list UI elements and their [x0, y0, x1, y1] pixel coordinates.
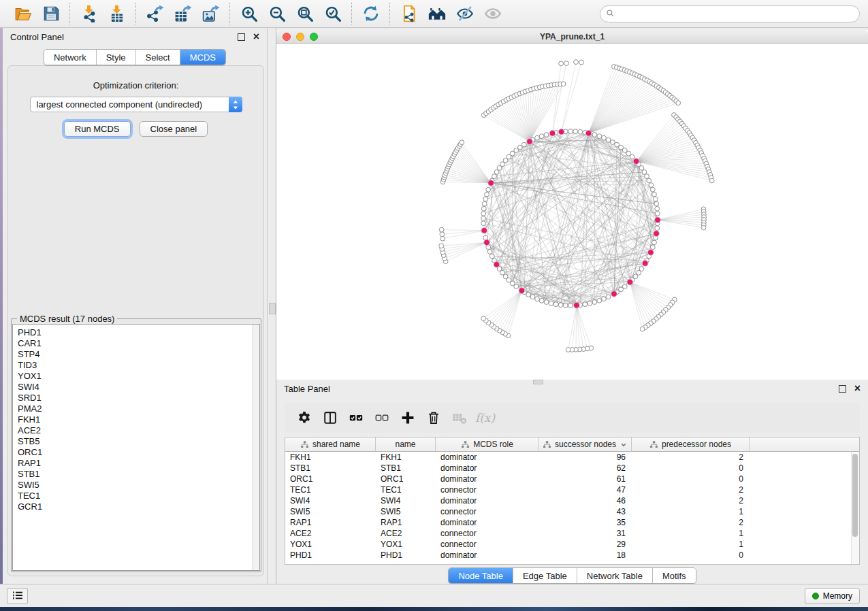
float-table-panel-icon[interactable]: [839, 385, 846, 393]
table-row[interactable]: FKH1FKH1dominator962: [285, 452, 859, 463]
table-row[interactable]: SWI5SWI5connector431: [285, 506, 859, 517]
zoom-fit-button[interactable]: [291, 3, 319, 24]
table-cell: PHD1: [285, 550, 376, 560]
mcds-result-item[interactable]: ACE2: [18, 425, 259, 436]
vertical-splitter[interactable]: [267, 28, 276, 584]
svg-text:f(x): f(x): [475, 411, 496, 425]
open-file-icon: [14, 5, 32, 22]
network-from-selection-button[interactable]: [395, 3, 423, 24]
control-panel-title: Control Panel: [10, 32, 64, 42]
mcds-result-item[interactable]: ORC1: [18, 447, 259, 458]
tab-mcds[interactable]: MCDS: [180, 50, 225, 65]
settings-gear-button[interactable]: [291, 406, 317, 429]
optimization-select[interactable]: largest connected component (undirected): [30, 97, 242, 112]
column-header-shared-name[interactable]: shared name: [285, 437, 376, 451]
splitter-handle[interactable]: [269, 303, 276, 314]
table-cell: 2: [632, 496, 750, 506]
toolbar-group: [389, 3, 511, 24]
column-label: predecessor nodes: [662, 440, 731, 449]
panel-menu-button[interactable]: [7, 588, 28, 604]
table-cell: connector: [436, 507, 539, 516]
add-column-button[interactable]: [395, 406, 421, 429]
mcds-result-item[interactable]: STP4: [18, 349, 259, 360]
table-row[interactable]: ORC1ORC1dominator610: [285, 474, 859, 484]
table-row[interactable]: RAP1RAP1dominator352: [285, 517, 859, 528]
open-file-button[interactable]: [9, 3, 37, 24]
table-cell: 47: [539, 485, 632, 495]
network-window-title: YPA_prune.txt_1: [276, 32, 868, 42]
zoom-in-button[interactable]: [235, 3, 263, 24]
table-cell: dominator: [436, 463, 539, 473]
table-row[interactable]: STB1STB1dominator620: [285, 463, 859, 474]
export-network-button[interactable]: [141, 3, 169, 24]
dropdown-stepper-icon: [229, 97, 242, 112]
column-header-successor-nodes[interactable]: successor nodes: [539, 437, 632, 451]
deselect-all-button[interactable]: [369, 406, 395, 429]
search-box[interactable]: [600, 5, 860, 22]
table-cell: connector: [436, 485, 539, 495]
float-panel-icon[interactable]: [238, 33, 245, 41]
search-input[interactable]: [618, 9, 854, 20]
mcds-result-item[interactable]: GCR1: [18, 501, 259, 512]
close-panel-icon[interactable]: ×: [253, 33, 259, 41]
network-window-titlebar[interactable]: YPA_prune.txt_1: [276, 30, 868, 44]
memory-button[interactable]: Memory: [805, 588, 860, 604]
tab-select[interactable]: Select: [135, 50, 180, 65]
mcds-result-item[interactable]: RAP1: [18, 458, 259, 469]
table-tab-motifs[interactable]: Motifs: [652, 568, 696, 583]
show-all-button: [479, 3, 507, 24]
table-scrollbar[interactable]: [851, 452, 859, 564]
column-header-MCDS-role[interactable]: MCDS role: [436, 437, 539, 451]
mcds-result-item[interactable]: YOX1: [18, 371, 259, 382]
export-image-icon: [202, 5, 220, 22]
zoom-selected-button[interactable]: [319, 3, 347, 24]
table-tab-network-table[interactable]: Network Table: [577, 568, 652, 583]
mcds-result-item[interactable]: TID3: [18, 360, 259, 371]
mcds-result-item[interactable]: STB5: [18, 436, 259, 447]
table-tab-edge-table[interactable]: Edge Table: [513, 568, 577, 583]
horizontal-splitter-handle[interactable]: [533, 380, 543, 384]
table-row[interactable]: ACE2ACE2connector311: [285, 528, 859, 539]
mcds-result-item[interactable]: PHD1: [18, 327, 259, 338]
mcds-result-item[interactable]: TEC1: [18, 491, 259, 501]
table-cell: 2: [632, 485, 750, 495]
import-network-button[interactable]: [75, 3, 103, 24]
column-header-predecessor-nodes[interactable]: predecessor nodes: [632, 437, 750, 451]
mcds-result-item[interactable]: STB1: [18, 469, 259, 480]
mcds-result-item[interactable]: PMA2: [18, 403, 259, 414]
column-type-icon: [543, 440, 551, 449]
network-canvas[interactable]: [276, 44, 868, 379]
show-columns-button[interactable]: [317, 406, 343, 429]
import-table-button[interactable]: [103, 3, 131, 24]
run-mcds-button[interactable]: Run MCDS: [64, 121, 131, 137]
mcds-result-item[interactable]: CAR1: [18, 338, 259, 349]
zoom-out-button[interactable]: [263, 3, 291, 24]
mcds-result-list[interactable]: PHD1CAR1STP4TID3YOX1SWI4SRD1PMA2FKH1ACE2…: [12, 324, 260, 571]
export-image-button[interactable]: [197, 3, 225, 24]
toolbar-group: [351, 3, 389, 24]
export-table-button[interactable]: [169, 3, 197, 24]
table-row[interactable]: TEC1TEC1connector472: [285, 484, 859, 495]
apply-layout-button[interactable]: [357, 3, 385, 24]
table-cell: 62: [539, 463, 632, 473]
close-panel-button[interactable]: Close panel: [140, 121, 208, 137]
table-row[interactable]: PHD1PHD1dominator180: [285, 550, 859, 561]
mcds-result-item[interactable]: SRD1: [18, 393, 259, 403]
mcds-result-item[interactable]: SWI4: [18, 382, 259, 393]
column-header-name[interactable]: name: [376, 437, 436, 451]
table-row[interactable]: YOX1YOX1connector291: [285, 539, 859, 550]
mcds-result-item[interactable]: FKH1: [18, 414, 259, 425]
select-all-button[interactable]: [343, 406, 369, 429]
houses-button[interactable]: [423, 3, 451, 24]
table-scrollbar-thumb[interactable]: [852, 454, 858, 537]
tab-network[interactable]: Network: [44, 50, 96, 65]
table-row[interactable]: SWI4SWI4dominator462: [285, 495, 859, 506]
table-tab-node-table[interactable]: Node Table: [449, 568, 513, 583]
hide-selected-button[interactable]: [451, 3, 479, 24]
delete-column-button[interactable]: [421, 406, 447, 429]
mcds-result-item[interactable]: SWI5: [18, 480, 259, 491]
tab-style[interactable]: Style: [96, 50, 135, 65]
close-table-panel-icon[interactable]: ×: [854, 384, 861, 393]
save-session-button[interactable]: [37, 3, 65, 24]
toolbar-group: [4, 3, 69, 24]
